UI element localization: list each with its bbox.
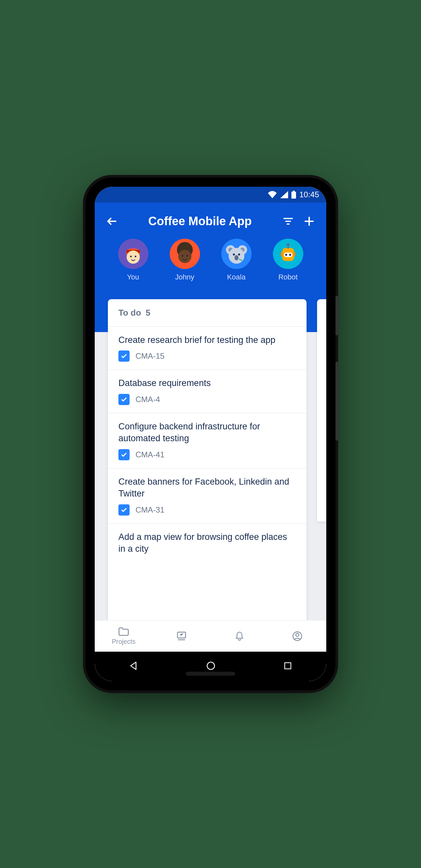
svg-rect-0 [292, 192, 296, 198]
screen: 10:45 Coffee Mobile App [95, 187, 326, 681]
battery-icon [292, 191, 296, 198]
board-icon [176, 631, 187, 641]
task-icon [118, 394, 129, 405]
issue-card[interactable]: Configure backend infrastructure for aut… [108, 413, 306, 468]
nav-back[interactable] [129, 661, 139, 672]
signal-icon [280, 191, 288, 198]
tab-boards[interactable] [153, 620, 210, 652]
bottom-tabbar: Projects [95, 620, 326, 652]
plus-icon [303, 215, 315, 227]
svg-rect-35 [285, 663, 291, 669]
svg-rect-1 [293, 191, 295, 192]
profile-icon [292, 631, 303, 642]
svg-point-20 [235, 255, 238, 260]
task-icon [118, 449, 129, 460]
issue-title: Configure backend infrastructure for aut… [118, 421, 296, 444]
column-todo: To do 5 Create research brief for testin… [108, 299, 306, 620]
svg-point-28 [287, 243, 290, 246]
page-title: Coffee Mobile App [125, 214, 275, 228]
android-navbar [95, 652, 326, 681]
assignee-label: Robot [278, 273, 298, 281]
svg-point-34 [207, 662, 215, 670]
filter-icon [282, 216, 294, 227]
svg-point-19 [238, 253, 240, 255]
tab-label: Projects [112, 638, 136, 645]
assignee-koala[interactable]: Koala [221, 239, 251, 281]
svg-rect-24 [284, 252, 292, 257]
phone-mock: 10:45 Coffee Mobile App [86, 178, 335, 690]
svg-point-11 [186, 255, 188, 257]
svg-point-6 [134, 256, 136, 257]
issue-title: Create banners for Facebook, Linkedin an… [118, 476, 296, 500]
add-button[interactable] [301, 213, 317, 229]
issue-card[interactable]: Add a map view for browsing coffee place… [108, 523, 306, 567]
svg-point-26 [289, 254, 291, 256]
tab-projects[interactable]: Projects [95, 620, 153, 652]
nav-recents[interactable] [283, 661, 292, 672]
assignee-johny[interactable]: Johny [170, 239, 200, 281]
wifi-icon [268, 191, 277, 198]
speaker-bottom [186, 672, 235, 676]
assignee-robot[interactable]: Robot [273, 239, 303, 281]
assignee-label: Johny [175, 273, 194, 281]
avatar [118, 239, 148, 269]
svg-point-18 [233, 253, 235, 255]
task-icon [118, 350, 129, 362]
app-header: Coffee Mobile App You [95, 203, 326, 292]
svg-point-33 [296, 633, 299, 636]
assignee-label: Koala [227, 273, 245, 281]
avatar [221, 239, 251, 269]
svg-point-25 [285, 254, 287, 256]
status-time: 10:45 [299, 190, 319, 199]
bell-icon [235, 631, 244, 642]
svg-point-9 [178, 250, 191, 263]
svg-point-5 [130, 256, 131, 257]
issue-key: CMA-15 [136, 351, 164, 361]
svg-rect-30 [293, 252, 295, 256]
status-bar: 10:45 [95, 187, 326, 203]
assignee-label: You [127, 273, 139, 281]
avatar [273, 239, 303, 269]
side-button [335, 296, 338, 335]
column-count: 5 [146, 308, 150, 318]
nav-home[interactable] [206, 661, 216, 672]
svg-point-4 [127, 251, 140, 264]
task-icon [118, 504, 129, 516]
svg-rect-29 [281, 252, 283, 256]
arrow-left-icon [106, 215, 118, 227]
svg-point-10 [182, 255, 183, 257]
back-button[interactable] [104, 213, 120, 229]
next-column-peek[interactable] [317, 299, 326, 522]
issue-title: Create research brief for testing the ap… [118, 334, 296, 346]
tab-profile[interactable] [268, 620, 326, 652]
tab-notifications[interactable] [210, 620, 268, 652]
card-list: Create research brief for testing the ap… [108, 327, 306, 620]
assignee-row: You Johny Koala [104, 233, 317, 292]
assignee-you[interactable]: You [118, 239, 148, 281]
issue-card[interactable]: Create research brief for testing the ap… [108, 327, 306, 370]
avatar [170, 239, 200, 269]
column-name: To do [118, 308, 141, 318]
issue-card[interactable]: Create banners for Facebook, Linkedin an… [108, 468, 306, 523]
folder-icon [118, 627, 129, 637]
board[interactable]: To do 5 Create research brief for testin… [95, 292, 326, 620]
issue-card[interactable]: Database requirements CMA-4 [108, 370, 306, 413]
issue-key: CMA-41 [136, 450, 164, 459]
column-header: To do 5 [108, 299, 306, 327]
side-button [335, 362, 338, 441]
issue-title: Database requirements [118, 377, 296, 389]
issue-key: CMA-4 [136, 395, 160, 404]
issue-title: Add a map view for browsing coffee place… [118, 531, 296, 555]
filter-button[interactable] [280, 213, 296, 229]
issue-key: CMA-31 [136, 505, 164, 515]
